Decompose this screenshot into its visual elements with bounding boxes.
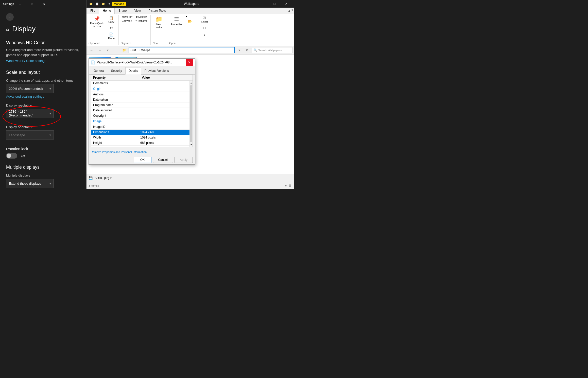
- scroll-up-btn[interactable]: ▲: [190, 81, 193, 85]
- remove-properties-section: Remove Properties and Personal Informati…: [89, 149, 195, 155]
- table-row[interactable]: Width1024 pixels: [91, 135, 189, 140]
- open-file-btn[interactable]: 📂: [185, 18, 195, 24]
- table-row[interactable]: Horizontal resolution96 dpi: [91, 146, 189, 147]
- ribbon-tab-share[interactable]: Share: [115, 8, 130, 14]
- invert-sel-btn[interactable]: ↕: [199, 31, 210, 38]
- remove-properties-link[interactable]: Remove Properties and Personal Informati…: [91, 150, 147, 153]
- scale-chevron-icon: ∨: [49, 87, 51, 90]
- modal-table-wrapper: Comments Origin Authors Date taken Progr…: [91, 81, 193, 147]
- apply-button[interactable]: Apply: [175, 157, 193, 163]
- list-view-icon[interactable]: ≡: [284, 183, 287, 188]
- cut-btn[interactable]: ✂: [106, 25, 116, 31]
- search-icon: 🔍: [254, 48, 257, 52]
- nav-dropdown-btn[interactable]: ▾: [236, 47, 243, 54]
- properties-icon: ☰: [174, 16, 179, 23]
- move-to-arrow: ▾: [131, 16, 132, 18]
- scale-dropdown[interactable]: 200% (Recommended) ∨: [6, 84, 54, 93]
- delete-icon: 🗑: [135, 15, 138, 18]
- table-row[interactable]: Program name: [91, 102, 189, 108]
- manage-tab: Manage: [112, 2, 126, 6]
- drive-dropdown[interactable]: SDHC (D:) ▾: [95, 176, 112, 180]
- properties-btn[interactable]: ☰ Properties: [169, 15, 184, 27]
- copy-to-btn[interactable]: Copy to ▾: [121, 19, 133, 23]
- explorer-close-btn[interactable]: ✕: [280, 0, 292, 8]
- open-group: ☰ Properties ▾ 📂 Open: [169, 15, 197, 45]
- settings-minimize-btn[interactable]: ─: [14, 0, 26, 8]
- modal-close-btn[interactable]: ✕: [186, 59, 193, 66]
- explorer-window-controls: ─ □ ✕: [257, 0, 292, 8]
- display-resolution-dropdown[interactable]: 2736 × 1824 (Recommended) ∨: [6, 109, 54, 118]
- modal-tab-previous-versions[interactable]: Previous Versions: [141, 67, 172, 74]
- ribbon-tab-picture-tools[interactable]: Picture Tools: [145, 8, 169, 14]
- move-to-label: Move to: [122, 15, 131, 18]
- modal-scrollbar[interactable]: ▲ ▼: [189, 81, 193, 147]
- table-row[interactable]: Image ID: [91, 124, 189, 130]
- scroll-thumb[interactable]: [190, 85, 192, 142]
- grid-view-icon[interactable]: ⊞: [288, 183, 292, 188]
- table-row-dimensions[interactable]: Dimensions1024 x 683: [91, 130, 189, 135]
- search-box[interactable]: 🔍 Search Wallpapers: [252, 47, 292, 53]
- modal-tab-general[interactable]: General: [90, 67, 108, 74]
- address-input[interactable]: Surf... › Wallpa...: [129, 47, 235, 53]
- rename-btn[interactable]: ✏ Rename: [134, 19, 149, 23]
- modal-tab-security[interactable]: Security: [108, 67, 125, 74]
- move-to-btn[interactable]: Move to ▾: [121, 15, 133, 19]
- search-placeholder: Search Wallpapers: [258, 49, 282, 52]
- table-row[interactable]: Comments: [91, 81, 189, 86]
- paste-btn[interactable]: 📄 Paste: [106, 31, 116, 41]
- qat-dropdown-icon[interactable]: ▾: [107, 1, 112, 6]
- qat-folder2-icon[interactable]: 📁: [101, 1, 106, 6]
- table-row[interactable]: Copyright: [91, 113, 189, 118]
- multiple-displays-dropdown[interactable]: Extend these displays ∨: [6, 179, 54, 188]
- display-orientation-dropdown[interactable]: Landscape ∨: [6, 130, 54, 140]
- modal-tab-details[interactable]: Details: [125, 67, 141, 75]
- new-folder-icon: 📁: [155, 16, 162, 23]
- select-none-btn[interactable]: □: [199, 25, 210, 31]
- ok-button[interactable]: OK: [134, 157, 151, 163]
- scale-change-label: Change the size of text, apps, and other…: [6, 79, 80, 82]
- nav-refresh-btn[interactable]: ⟳: [244, 47, 251, 54]
- explorer-minimize-btn[interactable]: ─: [257, 0, 269, 8]
- table-row[interactable]: Height683 pixels: [91, 140, 189, 146]
- qat-clipboard-icon[interactable]: 📋: [95, 1, 100, 6]
- table-row[interactable]: Date acquired: [91, 108, 189, 113]
- ribbon-tab-home[interactable]: Home: [99, 8, 115, 14]
- cancel-button[interactable]: Cancel: [153, 157, 173, 163]
- settings-panel: Settings ─ □ ✕ ← ⌂ Display Windows HD Co…: [0, 0, 86, 189]
- delete-label: Delete: [139, 15, 146, 18]
- modal-table: Comments Origin Authors Date taken Progr…: [91, 81, 189, 147]
- open-items: ☰ Properties ▾ 📂: [169, 15, 195, 41]
- cut-icon: ✂: [110, 26, 113, 30]
- table-row[interactable]: Date taken: [91, 97, 189, 102]
- delete-btn[interactable]: 🗑 Delete ▾: [134, 15, 149, 19]
- nav-back-btn[interactable]: ←: [88, 47, 95, 54]
- ribbon-tab-view[interactable]: View: [130, 8, 145, 14]
- explorer-maximize-btn[interactable]: □: [269, 0, 280, 8]
- ribbon-help-icon[interactable]: ?: [291, 9, 293, 12]
- new-items: 📁 Newfolder: [153, 15, 165, 41]
- pin-to-quick-btn[interactable]: 📌 Pin to Quickaccess: [89, 15, 105, 29]
- paste-icon: 📄: [109, 32, 113, 37]
- hd-color-link[interactable]: Windows HD Color settings: [6, 59, 46, 63]
- back-button[interactable]: ←: [6, 13, 14, 21]
- settings-maximize-btn[interactable]: □: [26, 0, 38, 8]
- table-row[interactable]: Authors: [91, 92, 189, 97]
- nav-forward-btn[interactable]: →: [96, 47, 103, 54]
- clipboard-items: 📌 Pin to Quickaccess 📋 Copy ✂ 📄 Paste: [89, 15, 116, 41]
- qat-folder-icon[interactable]: 📁: [89, 1, 94, 6]
- open-arrow-btn[interactable]: ▾: [185, 15, 195, 18]
- settings-close-btn[interactable]: ✕: [38, 0, 50, 8]
- scale-value: 200% (Recommended): [9, 87, 43, 91]
- ribbon-tab-file[interactable]: File: [87, 8, 99, 14]
- select-all-btn[interactable]: ☑ Select: [199, 15, 210, 24]
- ribbon-expand-icon[interactable]: ▲: [288, 9, 291, 12]
- rotation-lock-toggle[interactable]: [6, 153, 17, 159]
- modal-title: Microsoft-Surface-Pro-X-Wall-DroidViews-…: [97, 61, 184, 64]
- nav-recent-btn[interactable]: ▾: [104, 47, 111, 54]
- nav-up-btn[interactable]: ↑: [112, 47, 119, 54]
- new-folder-btn[interactable]: 📁 Newfolder: [153, 15, 165, 30]
- copy-btn[interactable]: 📋 Copy: [106, 15, 116, 24]
- scroll-down-btn[interactable]: ▼: [190, 143, 193, 147]
- advanced-scaling-link[interactable]: Advanced scaling settings: [6, 95, 80, 98]
- modal-titlebar: 📄 Microsoft-Surface-Pro-X-Wall-DroidView…: [89, 59, 195, 66]
